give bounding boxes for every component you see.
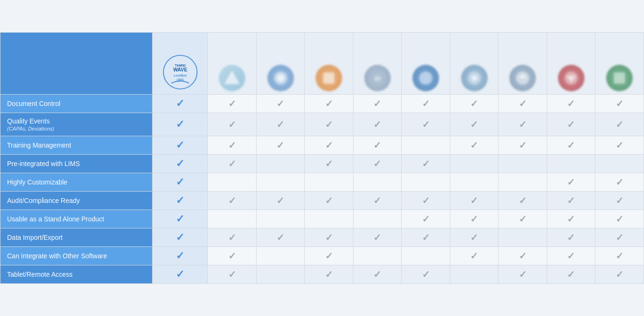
check-icon: ✓ [176,250,184,262]
check-icon: ✓ [519,140,527,150]
feature-cell: Quality Events(CAPAs, Deviations) [0,113,153,136]
competitor-check-cell [353,173,402,192]
svg-rect-8 [323,72,335,84]
comp9-logo [606,65,633,91]
competitor-check-cell: ✓ [353,265,402,284]
check-icon: ✓ [373,158,381,169]
competitor-check-cell: ✓ [595,228,644,247]
check-icon: ✓ [567,119,575,130]
check-icon: ✓ [373,269,381,280]
check-icon: ✓ [616,214,624,224]
thirdwave-check-cell: ✓ [153,136,208,155]
check-icon: ✓ [422,158,430,169]
competitor-check-cell: ✓ [208,265,257,284]
competitor-check-cell: ✓ [547,247,595,265]
competitor-check-cell: ✓ [256,136,305,155]
competitor-check-cell: ✓ [208,228,257,247]
check-icon: ✓ [616,251,624,261]
thirdwave-check-cell: ✓ [153,265,208,284]
competitor-check-cell [498,228,547,247]
thirdwave-check-cell: ✓ [153,228,208,247]
check-icon: ✓ [276,98,284,109]
comp5-col-header [402,32,450,94]
competitor-check-cell [450,173,498,192]
table-row: Pre-integrated with LIMS✓✓✓✓✓ [0,155,644,173]
competitor-check-cell: ✓ [305,136,353,155]
comp7-col-header [498,32,547,94]
competitor-check-cell: ✓ [595,94,644,113]
header-row: THIRD WAVE LockBox QMS [0,32,644,94]
check-icon: ✓ [470,140,478,150]
competitor-check-cell: ✓ [498,192,547,210]
competitor-check-cell: ✓ [305,113,353,136]
check-icon: ✓ [228,119,236,130]
competitor-check-cell [256,155,305,173]
feature-label: Highly Customizable [7,178,68,186]
check-icon: ✓ [228,158,236,169]
thirdwave-check-cell: ✓ [153,155,208,173]
competitor-check-cell: ✓ [498,247,547,265]
check-icon: ✓ [567,195,575,206]
table-row: Data Import/Export✓✓✓✓✓✓✓✓✓ [0,228,644,247]
check-icon: ✓ [616,195,624,206]
competitor-check-cell [305,173,353,192]
competitor-check-cell: ✓ [305,228,353,247]
check-icon: ✓ [176,231,184,243]
check-icon: ✓ [470,98,478,109]
thirdwave-check-cell: ✓ [153,113,208,136]
competitor-check-cell [547,155,595,173]
feature-label: Data Import/Export [7,234,63,241]
competitor-check-cell: ✓ [305,94,353,113]
competitor-check-cell: ✓ [208,155,257,173]
competitor-check-cell [256,173,305,192]
competitor-check-cell: ✓ [208,247,257,265]
check-icon: ✓ [176,213,184,225]
competitor-check-cell: ✓ [595,210,644,228]
competitor-check-cell: ✓ [547,265,595,284]
competitor-check-cell [353,247,402,265]
check-icon: ✓ [176,118,184,130]
check-icon: ✓ [276,195,284,206]
check-icon: ✓ [325,251,333,261]
check-icon: ✓ [616,177,624,187]
thirdwave-check-cell: ✓ [153,247,208,265]
comp8-col-header [547,32,595,94]
check-icon: ✓ [325,232,333,243]
competitor-check-cell [305,210,353,228]
competitor-check-cell: ✓ [256,94,305,113]
competitor-check-cell [595,155,644,173]
check-icon: ✓ [567,251,575,261]
check-icon: ✓ [325,119,333,130]
table-row: Quality Events(CAPAs, Deviations)✓✓✓✓✓✓✓… [0,113,644,136]
competitor-check-cell: ✓ [402,228,450,247]
check-icon: ✓ [373,232,381,243]
feature-sub-label: (CAPAs, Deviations) [7,125,146,132]
check-icon: ✓ [616,140,624,150]
check-icon: ✓ [228,140,236,150]
check-icon: ✓ [176,194,184,206]
feature-label: Usable as a Stand Alone Product [7,215,104,223]
competitor-check-cell: ✓ [256,113,305,136]
check-icon: ✓ [470,195,478,206]
svg-rect-15 [614,72,625,84]
comp5-logo [412,65,439,91]
competitor-check-cell: ✓ [595,136,644,155]
competitor-check-cell: ✓ [402,192,450,210]
table-body: Document Control✓✓✓✓✓✓✓✓✓✓Quality Events… [0,94,644,283]
feature-column-header [0,32,153,94]
competitor-check-cell: ✓ [353,94,402,113]
comp9-col-header [595,32,644,94]
competitor-check-cell: ✓ [547,192,595,210]
feature-label: Quality Events(CAPAs, Deviations) [7,117,146,132]
competitor-check-cell: ✓ [498,113,547,136]
check-icon: ✓ [422,195,430,206]
svg-point-7 [277,74,284,82]
competitor-check-cell: ✓ [353,113,402,136]
check-icon: ✓ [325,195,333,206]
comp8-logo [558,65,584,91]
check-icon: ✓ [373,140,381,150]
competitor-check-cell: ✓ [547,136,595,155]
competitor-check-cell: ✓ [498,210,547,228]
check-icon: ✓ [519,195,527,206]
feature-label: Document Control [7,100,60,107]
